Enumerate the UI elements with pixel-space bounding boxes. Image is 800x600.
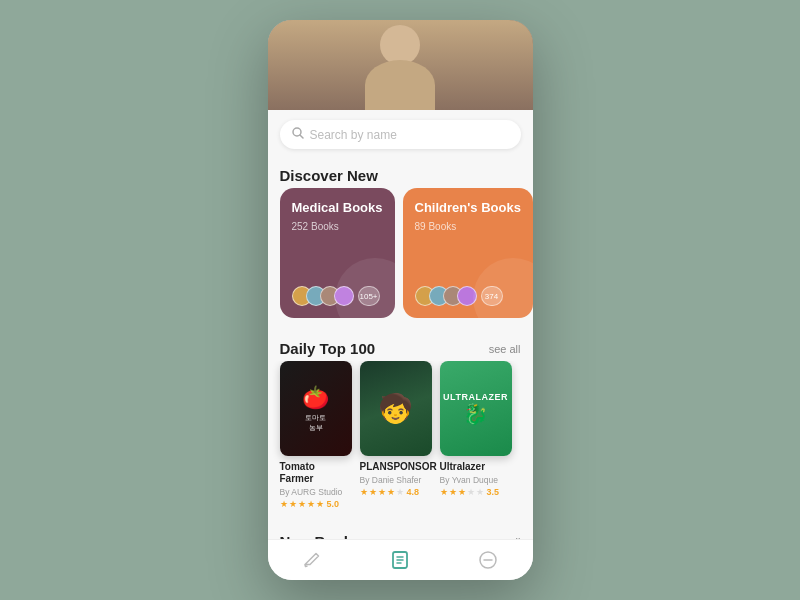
rating-plan: 4.8 [407,487,420,497]
category-card-medical[interactable]: Medical Books 252 Books 105+ [280,188,395,318]
category-name-medical: Medical Books [292,200,383,217]
rating-ultra: 3.5 [487,487,500,497]
ultra-title-text: ULTRALAZER [443,392,508,402]
profile-icon [478,550,498,570]
book-card-tomato[interactable]: 🍅 토마토농부 Tomato Farmer By AURG Studio ★ ★… [280,361,352,509]
book-stars-tomato: ★ ★ ★ ★ ★ 5.0 [280,499,352,509]
scroll-content[interactable]: Search by name Discover New Medical Book… [268,110,533,539]
star-2: ★ [289,499,297,509]
star-u2: ★ [449,487,457,497]
tomato-icon: 🍅 [302,385,329,411]
category-name-children: Children's Books [415,200,521,217]
category-count-medical: 252 Books [292,221,383,232]
star-u1: ★ [440,487,448,497]
daily-top-books-row[interactable]: 🍅 토마토농부 Tomato Farmer By AURG Studio ★ ★… [268,361,533,509]
star-p1: ★ [360,487,368,497]
category-card-children[interactable]: Children's Books 89 Books 374 [403,188,533,318]
korean-text: 토마토농부 [305,413,326,433]
search-placeholder: Search by name [310,128,509,142]
svg-line-1 [300,135,303,138]
bg-decoration-2 [473,258,533,318]
star-u5: ★ [476,487,484,497]
book-author-plan: By Danie Shafer [360,475,432,485]
bottom-nav [268,539,533,580]
daily-top-see-all[interactable]: see all [489,343,521,355]
book-card-ultra[interactable]: ULTRALAZER 🐉 Ultralazer By Yvan Duque ★ … [440,361,512,509]
book-stars-plan: ★ ★ ★ ★ ★ 4.8 [360,487,432,497]
nav-item-profile[interactable] [462,548,514,572]
book-cover-ultra: ULTRALAZER 🐉 [440,361,512,456]
book-cover-tomato: 🍅 토마토농부 [280,361,352,456]
star-1: ★ [280,499,288,509]
ultra-monster-icon: 🐉 [443,402,508,426]
daily-top-title: Daily Top 100 [280,340,376,357]
edit-icon [302,550,322,570]
category-count-children: 89 Books [415,221,521,232]
hero-image [268,20,533,110]
plan-figure-icon: 🧒 [378,392,413,425]
phone-frame: Search by name Discover New Medical Book… [268,20,533,580]
nav-item-edit[interactable] [286,548,338,572]
discover-title: Discover New [280,167,378,184]
star-p2: ★ [369,487,377,497]
nav-item-book[interactable] [374,548,426,572]
star-p4: ★ [387,487,395,497]
book-author-ultra: By Yvan Duque [440,475,512,485]
book-card-plan[interactable]: 🧒 PLANSPONSOR By Danie Shafer ★ ★ ★ ★ ★ … [360,361,432,509]
bg-decoration [335,258,395,318]
book-title-plan: PLANSPONSOR [360,461,432,473]
star-p5: ★ [396,487,404,497]
star-5: ★ [316,499,324,509]
book-title-ultra: Ultralazer [440,461,512,473]
hero-person-illustration [268,20,533,110]
star-u3: ★ [458,487,466,497]
rating-tomato: 5.0 [327,499,340,509]
book-title-tomato: Tomato Farmer [280,461,352,485]
daily-top-header: Daily Top 100 see all [268,330,533,361]
new-books-header: New Books see all [268,523,533,539]
star-4: ★ [307,499,315,509]
book-author-tomato: By AURG Studio [280,487,352,497]
book-stars-ultra: ★ ★ ★ ★ ★ 3.5 [440,487,512,497]
category-scroll[interactable]: Medical Books 252 Books 105+ Children's … [268,188,533,330]
search-icon [292,127,304,142]
star-u4: ★ [467,487,475,497]
discover-section-header: Discover New [268,157,533,188]
book-icon [390,550,410,570]
star-3: ★ [298,499,306,509]
book-cover-plan: 🧒 [360,361,432,456]
search-bar[interactable]: Search by name [280,120,521,149]
star-p3: ★ [378,487,386,497]
